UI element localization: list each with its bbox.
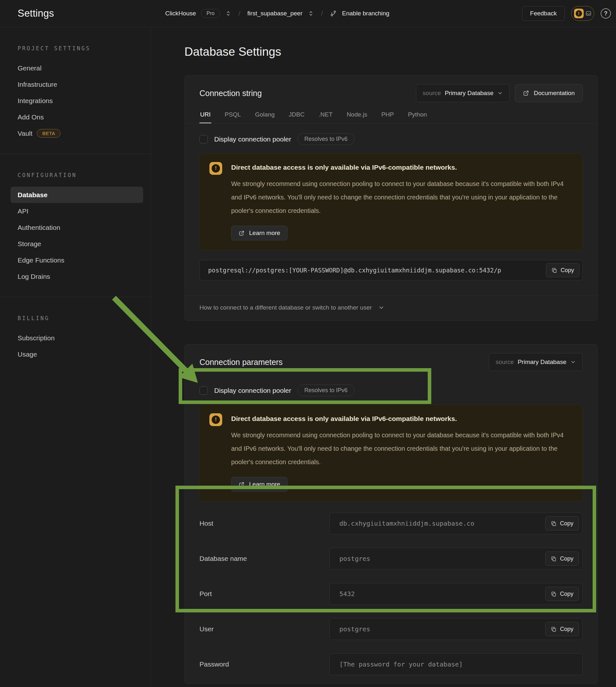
sidebar-item-subscription[interactable]: Subscription (10, 330, 143, 346)
notifications-button[interactable]: ! (571, 6, 594, 21)
sidebar-item-vault[interactable]: Vault BETA (10, 125, 143, 141)
card-title-connection-parameters: Connection parameters (199, 358, 283, 367)
chevron-down-icon (378, 305, 384, 311)
external-link-icon (523, 90, 529, 96)
copy-button[interactable]: Copy (546, 263, 579, 277)
git-branch-icon (330, 10, 337, 17)
display-connection-pooler-checkbox[interactable] (199, 135, 208, 143)
tab-php[interactable]: PHP (381, 108, 394, 123)
database-name-value: postgres (330, 555, 370, 562)
copy-button[interactable]: Copy (545, 516, 579, 530)
user-label: User (199, 625, 329, 633)
host-value: db.cxhygiuitamxhniiddjm.supabase.co (330, 519, 474, 527)
alert-icon: ! (210, 413, 222, 426)
settings-header: Settings (0, 8, 151, 19)
top-bar: Settings ClickHouse Pro / first_supabase… (0, 0, 616, 27)
connection-string-field[interactable]: postgresql://postgres:[YOUR-PASSWORD]@db… (199, 260, 583, 281)
enable-branching-button[interactable]: Enable branching (342, 10, 389, 17)
source-select[interactable]: source Primary Database (489, 353, 583, 371)
card-title-connection-string: Connection string (199, 89, 262, 98)
sidebar: PROJECT SETTINGS General Infrastructure … (0, 27, 151, 687)
param-row-password: Password [The password for your database… (199, 653, 583, 675)
sidebar-item-storage[interactable]: Storage (10, 236, 143, 252)
alert-icon: ! (210, 162, 222, 175)
param-row-port: Port 5432 Copy (199, 583, 583, 605)
param-row-database-name: Database name postgres Copy (199, 548, 583, 570)
ipv6-warning-banner: ! Direct database access is only availab… (199, 153, 583, 250)
warning-title: Direct database access is only available… (231, 162, 571, 171)
section-title: BILLING (10, 315, 143, 322)
database-name-label: Database name (199, 555, 329, 562)
copy-icon (551, 626, 557, 632)
sidebar-item-usage[interactable]: Usage (10, 346, 143, 362)
inbox-icon (585, 10, 592, 17)
sidebar-item-add-ons[interactable]: Add Ons (10, 109, 143, 125)
database-name-field[interactable]: postgres Copy (329, 548, 583, 570)
sidebar-section-project-settings: PROJECT SETTINGS General Infrastructure … (0, 27, 151, 154)
param-row-user: User postgres Copy (199, 618, 583, 640)
copy-button[interactable]: Copy (545, 622, 579, 636)
main-content: Database Settings Connection string sour… (151, 27, 616, 687)
help-icon[interactable]: ? (601, 8, 611, 19)
connection-parameters-list: Host db.cxhygiuitamxhniiddjm.supabase.co… (185, 502, 597, 684)
sidebar-item-authentication[interactable]: Authentication (10, 219, 143, 236)
pooler-label: Display connection pooler (214, 135, 291, 143)
feedback-button[interactable]: Feedback (522, 6, 565, 21)
learn-more-button[interactable]: Learn more (231, 226, 287, 240)
connection-string-value: postgresql://postgres:[YOUR-PASSWORD]@db… (200, 267, 501, 274)
tab-golang[interactable]: Golang (254, 108, 275, 123)
sidebar-item-integrations[interactable]: Integrations (10, 92, 143, 109)
resolves-to-ipv6-badge: Resolves to IPv6 (298, 384, 354, 396)
breadcrumb-separator: / (237, 10, 242, 17)
user-field[interactable]: postgres Copy (329, 618, 583, 640)
port-label: Port (199, 590, 329, 598)
sidebar-item-log-drains[interactable]: Log Drains (10, 268, 143, 285)
source-label: source (423, 90, 441, 97)
ipv6-warning-banner: ! Direct database access is only availab… (199, 405, 583, 502)
sidebar-item-general[interactable]: General (10, 60, 143, 76)
learn-more-button[interactable]: Learn more (231, 477, 287, 492)
user-value: postgres (330, 625, 370, 633)
source-select[interactable]: source Primary Database (416, 84, 510, 102)
port-field[interactable]: 5432 Copy (329, 583, 583, 605)
section-title: PROJECT SETTINGS (10, 45, 143, 51)
source-label: source (496, 358, 514, 365)
copy-icon (551, 591, 557, 597)
copy-button[interactable]: Copy (545, 552, 579, 566)
tab-psql[interactable]: PSQL (224, 108, 242, 123)
sidebar-item-edge-functions[interactable]: Edge Functions (10, 252, 143, 268)
tab-nodejs[interactable]: Node.js (346, 108, 368, 123)
host-field[interactable]: db.cxhygiuitamxhniiddjm.supabase.co Copy (329, 512, 583, 534)
copy-button[interactable]: Copy (545, 587, 579, 601)
topbar-actions: Feedback ! ? (522, 6, 616, 21)
sidebar-item-api[interactable]: API (10, 203, 143, 219)
breadcrumb-org[interactable]: ClickHouse (165, 10, 196, 17)
updown-chevron-icon[interactable] (308, 10, 314, 17)
page-title: Database Settings (184, 45, 598, 59)
beta-badge: BETA (37, 129, 61, 138)
tab-python[interactable]: Python (407, 108, 427, 123)
connection-help-collapsible[interactable]: How to connect to a different database o… (185, 295, 597, 320)
updown-chevron-icon[interactable] (225, 10, 232, 17)
tab-dotnet[interactable]: .NET (318, 108, 333, 123)
sidebar-item-infrastructure[interactable]: Infrastructure (10, 76, 143, 92)
external-link-icon (239, 482, 245, 488)
tab-jdbc[interactable]: JDBC (288, 108, 305, 123)
connection-string-card: Connection string source Primary Databas… (184, 75, 598, 321)
copy-icon (551, 267, 557, 273)
breadcrumb-project[interactable]: first_supabase_peer (247, 10, 303, 17)
display-connection-pooler-checkbox[interactable] (199, 386, 208, 395)
warning-title: Direct database access is only available… (231, 413, 571, 423)
documentation-button[interactable]: Documentation (515, 84, 583, 102)
tab-uri[interactable]: URI (199, 108, 211, 123)
pooler-label: Display connection pooler (214, 387, 291, 394)
connection-parameters-card: Connection parameters source Primary Dat… (184, 344, 598, 684)
resolves-to-ipv6-badge: Resolves to IPv6 (298, 133, 354, 145)
warning-body: We strongly recommend using connection p… (231, 177, 571, 217)
password-field[interactable]: [The password for your database] (329, 653, 583, 675)
plan-badge: Pro (201, 9, 220, 18)
chevron-down-icon (497, 90, 503, 96)
sidebar-item-database[interactable]: Database (10, 186, 143, 203)
sidebar-section-billing: BILLING Subscription Usage (0, 297, 151, 375)
sidebar-section-configuration: CONFIGURATION Database API Authenticatio… (0, 154, 151, 297)
